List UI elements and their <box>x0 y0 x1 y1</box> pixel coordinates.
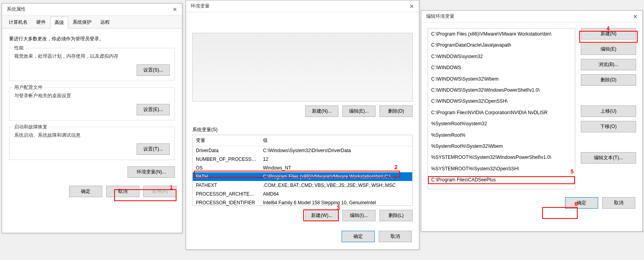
annotation-5: 5 <box>571 168 574 175</box>
table-row[interactable]: PROCESSOR_IDENTIFIERIntel64 Family 6 Mod… <box>193 198 412 206</box>
settings-performance-button[interactable]: 设置(S)... <box>137 64 170 76</box>
table-row[interactable]: DriverDataC:\Windows\System32\Drivers\Dr… <box>193 146 412 155</box>
window-title: 环境变量 <box>191 3 210 9</box>
table-row[interactable]: PATHC:\Program Files (x86)\VMware\VMware… <box>193 172 412 181</box>
sys-new-button[interactable]: 新建(W)... <box>305 210 338 221</box>
desc-profiles: 与登录帐户相关的桌面设置 <box>14 92 170 99</box>
legend-performance: 性能 <box>13 45 25 51</box>
list-item[interactable]: %SystemRoot%\system32 <box>428 118 575 129</box>
table-row[interactable]: PROCESSOR_ARCHITECT...AMD64 <box>193 190 412 198</box>
list-item[interactable]: C:\WINDOWS <box>428 62 575 73</box>
col-value[interactable]: 值 <box>260 135 412 146</box>
move-up-button[interactable]: 上移(U) <box>581 106 636 117</box>
sys-edit-button[interactable]: 编辑(I)... <box>342 210 376 221</box>
list-item[interactable]: C:\WINDOWS\system32 <box>428 51 575 62</box>
annotation-4: 4 <box>606 25 610 32</box>
titlebar[interactable]: 编辑环境变量 ✕ <box>421 11 642 23</box>
cancel-button[interactable]: 取消 <box>379 231 412 242</box>
titlebar[interactable]: 环境变量 ✕ <box>186 0 419 12</box>
settings-profiles-button[interactable]: 设置(E)... <box>137 104 170 115</box>
edit-button[interactable]: 编辑(E) <box>581 43 636 55</box>
list-item[interactable]: %SYSTEMROOT%\System32\OpenSSH\ <box>428 163 575 174</box>
group-startup: 启动和故障恢复 系统启动、系统故障和调试信息 设置(T)... <box>9 127 175 160</box>
table-row[interactable]: PATHEXT.COM;.EXE;.BAT;.CMD;.VBS;.VBE;.JS… <box>193 181 412 190</box>
tab-4[interactable]: 远程 <box>96 16 114 28</box>
list-item[interactable]: %SYSTEMROOT%\System32\WindowsPowerShell\… <box>428 152 575 163</box>
list-item[interactable]: %SystemRoot%\System32\Wbem <box>428 141 575 152</box>
edit-env-var-window: 编辑环境变量 ✕ C:\Program Files (x86)\VMware\V… <box>421 10 643 232</box>
titlebar[interactable]: 系统属性 ✕ <box>2 4 182 15</box>
tab-1[interactable]: 硬件 <box>32 16 50 28</box>
window-title: 编辑环境变量 <box>426 13 454 20</box>
desc-performance: 视觉效果，处理器计划，内存使用，以及虚拟内存 <box>14 53 170 60</box>
list-item[interactable]: C:\Program Files\NVIDIA Corporation\NVID… <box>428 107 575 118</box>
user-new-button[interactable]: 新建(N)... <box>305 106 338 117</box>
list-item[interactable]: %SystemRoot% <box>428 130 575 141</box>
list-item[interactable]: C:\Program Files\CADSeePlus <box>428 174 575 185</box>
table-row[interactable]: OSWindows_NT <box>193 164 412 172</box>
ok-button[interactable]: 确定 <box>342 231 375 242</box>
legend-profiles: 用户配置文件 <box>13 84 44 91</box>
ok-button[interactable]: 确定 <box>69 186 102 197</box>
env-vars-window: 环境变量 ✕ ▬▬▬▬ 新建(N)... 编辑(E)... 删除(D) 系统变量… <box>186 0 419 250</box>
tab-2[interactable]: 高级 <box>50 17 68 28</box>
list-item[interactable]: C:\WINDOWS\System32\Wbem <box>428 73 575 85</box>
list-item[interactable]: C:\WINDOWS\System32\OpenSSH\ <box>428 96 575 107</box>
browse-button[interactable]: 浏览(B)... <box>581 59 636 70</box>
env-vars-button[interactable]: 环境变量(N)... <box>128 166 175 178</box>
annotation-6: 6 <box>575 201 578 207</box>
table-row[interactable]: NUMBER_OF_PROCESSORS12 <box>193 155 412 164</box>
window-title: 系统属性 <box>7 6 26 13</box>
desc-startup: 系统启动、系统故障和调试信息 <box>14 132 170 139</box>
sys-delete-button[interactable]: 删除(L) <box>379 210 413 221</box>
sys-vars-table[interactable]: 变量 值 DriverDataC:\Windows\System32\Drive… <box>192 135 413 206</box>
sys-vars-label: 系统变量(S) <box>192 126 413 133</box>
user-delete-button[interactable]: 删除(D) <box>379 106 413 117</box>
cancel-button[interactable]: 取消 <box>106 186 139 197</box>
edit-text-button[interactable]: 编辑文本(T)... <box>581 152 636 164</box>
close-icon[interactable]: ✕ <box>631 13 639 21</box>
path-list[interactable]: C:\Program Files (x86)\VMware\VMware Wor… <box>428 28 575 189</box>
ok-button[interactable]: 确定 <box>565 197 598 209</box>
tab-0[interactable]: 计算机名 <box>4 16 32 28</box>
delete-button[interactable]: 删除(D) <box>581 74 636 86</box>
group-user-profiles: 用户配置文件 与登录帐户相关的桌面设置 设置(E)... <box>9 87 175 121</box>
system-properties-window: 系统属性 ✕ 计算机名硬件高级系统保护远程 要进行大多数更改，你必须作为管理员登… <box>2 3 182 233</box>
settings-startup-button[interactable]: 设置(T)... <box>137 143 170 155</box>
annotation-2: 2 <box>394 164 398 170</box>
legend-startup: 启动和故障恢复 <box>13 124 49 130</box>
user-vars-table-blurred[interactable] <box>192 33 413 102</box>
annotation-1: 1 <box>170 184 173 190</box>
list-item[interactable]: C:\ProgramData\Oracle\Java\javapath <box>428 40 575 51</box>
col-variable[interactable]: 变量 <box>193 135 260 146</box>
list-item[interactable]: C:\WINDOWS\System32\WindowsPowerShell\v1… <box>428 85 575 96</box>
move-down-button[interactable]: 下移(O) <box>581 121 636 132</box>
annotation-3: 3 <box>337 205 340 211</box>
list-item[interactable]: C:\Program Files (x86)\VMware\VMware Wor… <box>428 28 575 40</box>
list-item[interactable]: D:\AHL-GEC-IDE(4.37)\gcc\bin <box>428 185 575 189</box>
group-performance: 性能 视觉效果，处理器计划，内存使用，以及虚拟内存 设置(S)... <box>9 48 175 81</box>
user-edit-button[interactable]: 编辑(E)... <box>342 106 376 117</box>
tab-3[interactable]: 系统保护 <box>68 16 96 28</box>
tab-bar: 计算机名硬件高级系统保护远程 <box>2 15 182 28</box>
cancel-button[interactable]: 取消 <box>602 197 635 209</box>
close-icon[interactable]: ✕ <box>171 6 179 13</box>
admin-note: 要进行大多数更改，你必须作为管理员登录。 <box>9 36 175 42</box>
close-icon[interactable]: ✕ <box>408 2 416 10</box>
